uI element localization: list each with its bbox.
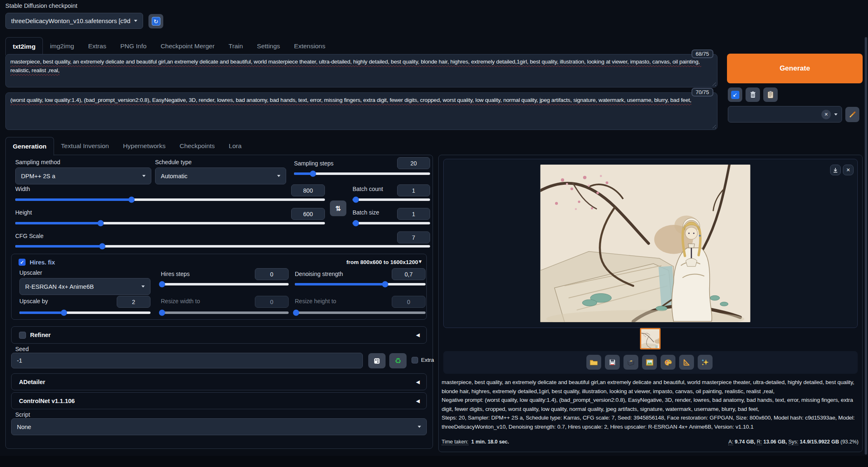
hires-fix-checkbox[interactable]: ✓ — [19, 259, 26, 266]
mem-a-label: A: — [728, 439, 733, 445]
generate-button[interactable]: Generate — [727, 54, 863, 83]
mem-pct: (93.2%) — [840, 439, 859, 445]
upscaler-dropdown[interactable]: R-ESRGAN 4x+ Anime6B — [19, 278, 151, 295]
generated-image[interactable] — [540, 165, 750, 322]
sampling-steps-slider[interactable] — [294, 172, 430, 175]
tab-generation[interactable]: Generation — [5, 137, 54, 156]
upscale-by-slider[interactable] — [19, 311, 151, 314]
height-slider[interactable] — [15, 222, 325, 224]
recycle-icon: ♻ — [395, 356, 401, 366]
check-icon: ✓ — [20, 259, 24, 265]
resize-height-input: 0 — [392, 296, 426, 308]
tab-lora[interactable]: Lora — [222, 137, 249, 155]
close-image-button[interactable]: ✕ — [843, 165, 854, 175]
paintbrush-icon — [849, 111, 856, 118]
tab-txt2img[interactable]: txt2img — [5, 37, 43, 55]
reuse-seed-button[interactable]: ♻ — [389, 353, 407, 368]
upscale-by-label: Upscale by — [19, 298, 48, 304]
denoising-strength-slider[interactable] — [295, 283, 426, 285]
batch-count-input[interactable]: 1 — [397, 184, 430, 196]
batch-count-label: Batch count — [353, 186, 383, 192]
random-seed-button[interactable] — [368, 353, 386, 368]
batch-count-slider[interactable] — [353, 198, 430, 201]
tab-textual-inversion[interactable]: Textual Inversion — [54, 137, 116, 155]
cfg-scale-input[interactable]: 7 — [397, 231, 430, 243]
extra-seed-checkbox[interactable] — [412, 357, 418, 363]
info-prompt: masterpiece, best quality, an extremely … — [442, 379, 854, 394]
batch-size-slider[interactable] — [353, 222, 430, 224]
chevron-down-icon — [418, 426, 421, 428]
hires-summary: from 800x600 to 1600x1200 — [346, 259, 418, 265]
negative-prompt-input[interactable]: (worst quality, low quality:1.4), (bad_p… — [5, 92, 717, 130]
memory-stats: A: 9.74 GB, R: 13.06 GB, Sys: 14.9/15.99… — [728, 439, 859, 445]
upscale-by-input[interactable]: 2 — [117, 296, 151, 308]
tab-extensions[interactable]: Extensions — [287, 37, 332, 55]
resize-height-label: Resize height to — [295, 298, 336, 304]
apply-styles-button[interactable] — [763, 87, 778, 102]
tab-extras[interactable]: Extras — [81, 37, 113, 55]
refresh-checkpoint-button[interactable]: ↻ — [148, 14, 163, 28]
width-input[interactable]: 800 — [291, 184, 325, 196]
refiner-checkbox[interactable] — [19, 332, 26, 339]
cfg-scale-label: CFG Scale — [15, 233, 43, 239]
download-image-button[interactable] — [830, 165, 841, 175]
extra-seed-label: Extra — [421, 357, 434, 363]
clear-prompt-button[interactable] — [746, 87, 760, 102]
thumbnail-image — [641, 329, 659, 348]
collapsed-arrow-icon: ◀ — [416, 398, 420, 404]
edit-styles-button[interactable] — [845, 107, 859, 122]
collapsed-arrow-icon: ◀ — [416, 379, 420, 385]
send-to-inpaint-button[interactable] — [661, 355, 675, 370]
sampling-steps-input[interactable]: 20 — [397, 157, 430, 169]
tab-checkpoint-merger[interactable]: Checkpoint Merger — [153, 37, 221, 55]
collapse-arrow-icon[interactable]: ▼ — [418, 259, 423, 264]
seed-input[interactable]: -1 — [11, 353, 363, 368]
tab-checkpoints[interactable]: Checkpoints — [173, 137, 222, 155]
script-dropdown[interactable]: None — [11, 418, 427, 435]
clear-styles-icon[interactable]: ✕ — [821, 110, 831, 119]
palette-icon — [664, 359, 672, 366]
send-to-img2img-button[interactable] — [642, 355, 657, 370]
gallery-thumbnail[interactable] — [640, 328, 661, 349]
paste-generation-params-button[interactable]: ↙ — [728, 87, 742, 102]
tab-hypernetworks[interactable]: Hypernetworks — [116, 137, 172, 155]
width-slider[interactable] — [15, 198, 325, 201]
swap-width-height-button[interactable]: ⇅ — [330, 200, 346, 216]
batch-size-input[interactable]: 1 — [397, 208, 430, 220]
mem-sys-label: Sys: — [788, 439, 798, 445]
open-output-folder-button[interactable] — [586, 355, 601, 370]
refresh-icon: ↻ — [152, 17, 160, 26]
schedule-type-dropdown[interactable]: Automatic — [155, 167, 286, 184]
tab-img2img[interactable]: img2img — [43, 37, 81, 55]
hires-fix-title[interactable]: Hires. fix — [30, 259, 55, 266]
page-scrollbar[interactable] — [865, 37, 867, 455]
hires-steps-slider[interactable] — [161, 283, 289, 285]
denoising-strength-input[interactable]: 0,7 — [392, 268, 426, 280]
upscale-button[interactable] — [698, 355, 713, 370]
send-to-extras-button[interactable] — [679, 355, 694, 370]
cfg-scale-slider[interactable] — [15, 245, 430, 248]
checkpoint-value: threeDelicacyWonton_v10.safetensors [c9d… — [11, 17, 131, 24]
page-bottom-strip — [0, 456, 868, 467]
height-input[interactable]: 600 — [291, 208, 325, 220]
chevron-down-icon — [134, 20, 137, 22]
tab-train[interactable]: Train — [221, 37, 250, 55]
save-image-button[interactable] — [605, 355, 620, 370]
chevron-down-icon — [834, 113, 837, 116]
refiner-section[interactable]: Refiner ◀ — [11, 326, 427, 344]
tab-png-info[interactable]: PNG Info — [113, 37, 154, 55]
batch-size-label: Batch size — [353, 209, 379, 216]
hires-steps-input[interactable]: 0 — [255, 268, 289, 280]
save-icon — [609, 359, 616, 366]
download-icon — [833, 167, 838, 173]
styles-dropdown[interactable]: ✕ — [728, 106, 842, 123]
save-zip-button[interactable] — [623, 355, 638, 370]
checkpoint-dropdown[interactable]: threeDelicacyWonton_v10.safetensors [c9d… — [5, 13, 143, 29]
chevron-down-icon — [141, 285, 145, 288]
positive-prompt-input[interactable]: masterpiece, best quality, an extremely … — [5, 54, 717, 87]
tab-settings[interactable]: Settings — [250, 37, 287, 55]
adetailer-section[interactable]: ADetailer ◀ — [11, 373, 427, 390]
sampling-method-dropdown[interactable]: DPM++ 2S a — [15, 167, 151, 184]
controlnet-section[interactable]: ControlNet v1.1.106 ◀ — [11, 392, 427, 409]
negative-prompt-container: (worst quality, low quality:1.4), (bad_p… — [5, 92, 717, 130]
